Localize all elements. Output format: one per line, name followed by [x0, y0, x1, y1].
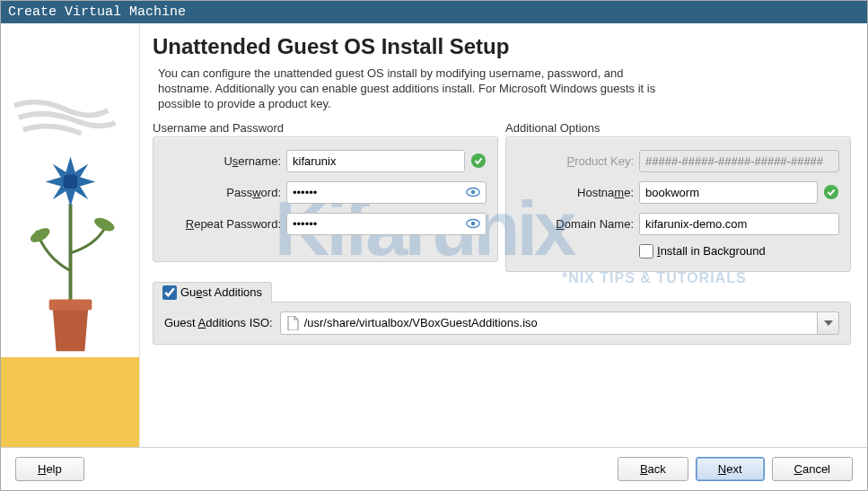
guest-additions-iso-value: /usr/share/virtualbox/VBoxGuestAdditions…: [304, 316, 538, 329]
additional-options-fieldset: Product Key: Hostname:: [505, 136, 851, 272]
guest-additions-iso-label: Guest Additions ISO:: [164, 316, 273, 329]
hostname-label: Hostname:: [517, 186, 634, 199]
top-pane: Kifarunix *NIX TIPS & TUTORIALS Unattend…: [1, 23, 867, 447]
domain-name-label: Domain Name:: [517, 217, 634, 231]
svg-point-10: [824, 185, 838, 199]
content-area: Kifarunix *NIX TIPS & TUTORIALS Unattend…: [1, 23, 867, 490]
additional-options-legend: Additional Options: [505, 119, 851, 136]
svg-point-7: [471, 190, 476, 195]
product-key-label: Product Key:: [517, 154, 634, 168]
svg-rect-4: [49, 300, 92, 311]
create-vm-window: Create Virtual Machine: [0, 0, 868, 491]
guest-additions-label[interactable]: Guest Additions: [180, 285, 262, 299]
reveal-repeat-password-icon[interactable]: [465, 215, 481, 232]
username-label: Username:: [164, 154, 281, 168]
help-button[interactable]: Help: [15, 457, 84, 481]
repeat-password-label: Repeat Password:: [164, 217, 281, 231]
guest-additions-section: Guest Additions Guest Additions ISO: /us…: [153, 281, 851, 345]
sidebar-illustration: [1, 23, 140, 447]
repeat-password-input[interactable]: [286, 213, 487, 235]
back-button[interactable]: Back: [618, 457, 688, 481]
guest-additions-checkbox[interactable]: [162, 285, 177, 300]
cancel-button[interactable]: Cancel: [772, 457, 853, 481]
main-pane: Kifarunix *NIX TIPS & TUTORIALS Unattend…: [140, 23, 867, 447]
password-label: Password:: [164, 186, 281, 199]
page-intro: You can configure the unattended guest O…: [153, 66, 673, 112]
username-input[interactable]: [286, 150, 465, 172]
product-key-input: [639, 150, 839, 172]
valid-hostname-icon: [823, 184, 839, 200]
valid-check-icon: [470, 153, 487, 169]
username-password-legend: Username and Password: [153, 119, 498, 136]
next-button[interactable]: Next: [696, 457, 765, 481]
username-password-fieldset: Username: Password:: [153, 136, 498, 262]
footer: Help Back Next Cancel: [1, 447, 867, 490]
svg-point-5: [471, 153, 486, 168]
fieldsets-grid: Username and Password Username: Passwo: [153, 119, 851, 272]
password-input[interactable]: [286, 181, 487, 204]
svg-point-9: [471, 222, 476, 226]
guest-additions-iso-field[interactable]: /usr/share/virtualbox/VBoxGuestAdditions…: [280, 311, 818, 335]
file-icon: [286, 316, 299, 330]
guest-additions-iso-dropdown[interactable]: [818, 311, 839, 335]
install-background-checkbox[interactable]: [639, 244, 653, 259]
reveal-password-icon[interactable]: [465, 184, 481, 200]
chevron-down-icon: [824, 320, 833, 326]
flower-pot-illustration: [1, 23, 139, 447]
page-heading: Unattended Guest OS Install Setup: [153, 34, 851, 59]
install-background-label[interactable]: Install in Background: [657, 244, 766, 258]
hostname-input[interactable]: [639, 181, 818, 204]
domain-name-input[interactable]: [639, 213, 839, 235]
window-title: Create Virtual Machine: [1, 1, 867, 23]
